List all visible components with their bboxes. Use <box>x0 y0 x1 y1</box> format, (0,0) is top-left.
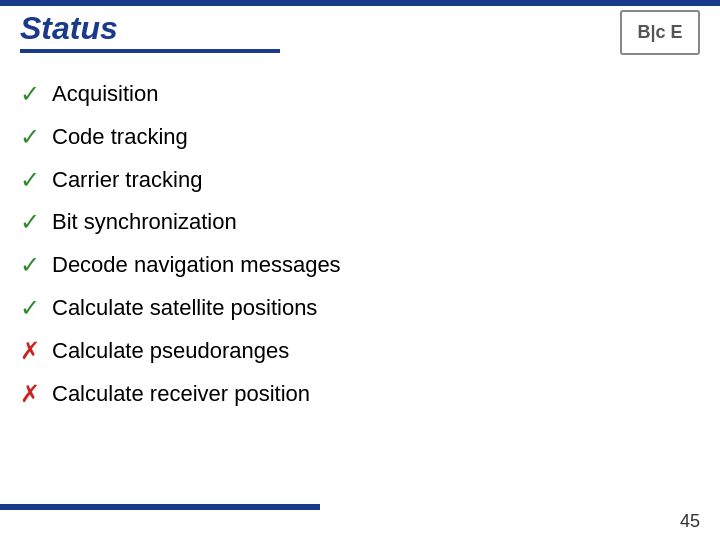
checkmark-green-icon: ✓ <box>20 251 40 280</box>
title-section: Status <box>20 10 280 53</box>
list-item: ✓Decode navigation messages <box>20 251 700 280</box>
list-item-text: Decode navigation messages <box>52 251 341 280</box>
checkmark-green-icon: ✓ <box>20 166 40 195</box>
checkmark-red-icon: ✗ <box>20 337 40 366</box>
list-item-text: Calculate satellite positions <box>52 294 317 323</box>
checkmark-green-icon: ✓ <box>20 80 40 109</box>
page-number: 45 <box>680 511 700 532</box>
list-item: ✓Carrier tracking <box>20 166 700 195</box>
logo-text: B|c E <box>637 22 682 43</box>
list-item: ✗Calculate receiver position <box>20 380 700 409</box>
list-item: ✓Acquisition <box>20 80 700 109</box>
list-item-text: Code tracking <box>52 123 188 152</box>
list-item-text: Bit synchronization <box>52 208 237 237</box>
title-underline <box>20 49 280 53</box>
bottom-bar <box>0 504 320 510</box>
checkmark-green-icon: ✓ <box>20 294 40 323</box>
list-item-text: Calculate receiver position <box>52 380 310 409</box>
list-item: ✗Calculate pseudoranges <box>20 337 700 366</box>
list-item: ✓Code tracking <box>20 123 700 152</box>
list-item: ✓Calculate satellite positions <box>20 294 700 323</box>
checkmark-green-icon: ✓ <box>20 208 40 237</box>
list-item-text: Calculate pseudoranges <box>52 337 289 366</box>
logo-box: B|c E <box>620 10 700 55</box>
slide: Status B|c E ✓Acquisition✓Code tracking✓… <box>0 0 720 540</box>
list-item-text: Acquisition <box>52 80 158 109</box>
slide-title: Status <box>20 10 280 47</box>
checkmark-red-icon: ✗ <box>20 380 40 409</box>
list-item: ✓Bit synchronization <box>20 208 700 237</box>
top-bar <box>0 0 720 6</box>
list-item-text: Carrier tracking <box>52 166 202 195</box>
checkmark-green-icon: ✓ <box>20 123 40 152</box>
content-list: ✓Acquisition✓Code tracking✓Carrier track… <box>20 80 700 422</box>
